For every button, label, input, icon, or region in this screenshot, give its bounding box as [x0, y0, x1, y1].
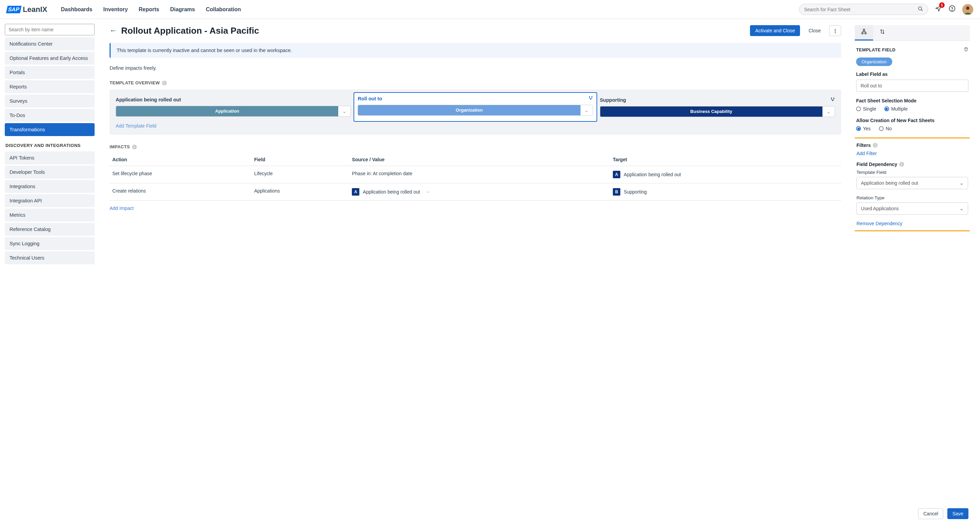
table-header: Target	[610, 154, 841, 166]
sidebar-item[interactable]: Surveys	[5, 95, 95, 108]
sidebar-item[interactable]: Integrations	[5, 180, 95, 193]
selection-single-radio[interactable]: Single	[856, 106, 876, 111]
sidebar-item[interactable]: Developer Tools	[5, 166, 95, 179]
add-template-field-link[interactable]: Add Template Field	[116, 123, 156, 129]
template-type-select[interactable]: Application ⌄	[116, 106, 351, 117]
add-filter-link[interactable]: Add Filter	[856, 151, 877, 156]
nav-reports[interactable]: Reports	[139, 6, 159, 13]
header-actions: 5	[935, 4, 973, 15]
remove-dependency-link[interactable]: Remove Dependency	[856, 221, 902, 226]
delete-field-icon[interactable]	[964, 47, 969, 53]
sidebar-section-discovery: DISCOVERY AND INTEGRATIONS	[5, 143, 95, 148]
label-field-as-label: Label Field as	[856, 71, 969, 77]
svg-point-10	[833, 98, 834, 98]
sidebar-item[interactable]: Transformations	[5, 123, 95, 136]
template-card[interactable]: Roll out to Organization ⌄	[353, 92, 597, 122]
svg-point-8	[590, 98, 591, 99]
search-input[interactable]	[804, 7, 918, 12]
impacts-table: ActionFieldSource / ValueTarget Set life…	[110, 154, 841, 201]
help-icon[interactable]	[949, 5, 956, 14]
page-subtitle: Define impacts freely.	[110, 65, 841, 71]
sidebar-item[interactable]: Technical Users	[5, 251, 95, 264]
page-title: Rollout Application - Asia Pacific	[121, 25, 259, 36]
table-header: Field	[251, 154, 349, 166]
table-header: Action	[110, 154, 251, 166]
main-nav: Dashboards Inventory Reports Diagrams Co…	[61, 6, 799, 13]
relation-type-sublabel: Relation Type	[856, 195, 968, 200]
sidebar-item[interactable]: Metrics	[5, 208, 95, 221]
info-icon[interactable]: i	[162, 81, 167, 86]
selection-mode-label: Fact Sheet Selection Mode	[856, 98, 969, 103]
info-icon[interactable]: i	[899, 162, 904, 167]
notifications-icon[interactable]: 5	[935, 5, 942, 14]
chevron-down-icon[interactable]: ⌄	[338, 106, 350, 116]
cancel-button[interactable]: Cancel	[918, 508, 943, 519]
sidebar-item[interactable]: Portals	[5, 66, 95, 79]
svg-point-3	[952, 10, 953, 11]
info-icon[interactable]: i	[873, 143, 878, 148]
filters-label: Filters	[856, 143, 871, 148]
branch-icon	[588, 95, 593, 102]
logo-sap: SAP	[6, 6, 22, 13]
allow-creation-label: Allow Creation of New Fact Sheets	[856, 118, 969, 123]
inactive-banner: This template is currently inactive and …	[110, 43, 841, 58]
sidebar-item[interactable]: Integration API	[5, 194, 95, 207]
table-row[interactable]: Set lifecycle phaseLifecyclePhase in: At…	[110, 166, 841, 183]
panel-section-title: TEMPLATE FIELD	[856, 47, 896, 52]
relation-type-select[interactable]: Used Applications ⌄	[856, 202, 968, 215]
template-field-select[interactable]: Application being rolled out ⌄	[856, 177, 968, 189]
template-type-select[interactable]: Business Capability ⌄	[600, 106, 835, 117]
nav-diagrams[interactable]: Diagrams	[170, 6, 195, 13]
sidebar-search-input[interactable]	[5, 24, 95, 35]
app-header: SAP LeanIX Dashboards Inventory Reports …	[0, 0, 980, 19]
global-search[interactable]	[799, 4, 928, 15]
panel-tab-sort[interactable]	[873, 25, 891, 40]
add-impact-link[interactable]: Add Impact	[110, 205, 134, 211]
table-row[interactable]: Create relationsApplicationsAApplication…	[110, 183, 841, 201]
organization-pill: Organization	[856, 57, 892, 66]
nav-collaboration[interactable]: Collaboration	[206, 6, 241, 13]
svg-rect-14	[865, 33, 866, 34]
sidebar-item[interactable]: To-Dos	[5, 109, 95, 122]
notification-badge: 5	[939, 2, 945, 8]
svg-line-1	[921, 10, 923, 11]
sidebar-item[interactable]: Sync Logging	[5, 237, 95, 250]
svg-point-9	[831, 98, 832, 98]
search-icon[interactable]	[918, 6, 923, 13]
allow-yes-radio[interactable]: Yes	[856, 126, 871, 131]
close-button[interactable]: Close	[803, 25, 826, 36]
logo-text: LeanIX	[23, 5, 47, 14]
save-button[interactable]: Save	[947, 508, 969, 519]
sidebar-item[interactable]: Notifications Center	[5, 37, 95, 50]
selection-multiple-radio[interactable]: Multiple	[885, 106, 907, 111]
sidebar-item[interactable]: API Tokens	[5, 151, 95, 164]
svg-point-7	[592, 96, 592, 97]
svg-rect-13	[862, 33, 863, 34]
chevron-down-icon: ⌄	[959, 206, 964, 211]
nav-dashboards[interactable]: Dashboards	[61, 6, 92, 13]
info-icon[interactable]: i	[132, 144, 137, 149]
label-field-as-input[interactable]	[856, 79, 969, 92]
sidebar-item[interactable]: Reports	[5, 80, 95, 93]
back-arrow-icon[interactable]: ←	[110, 26, 117, 35]
nav-inventory[interactable]: Inventory	[103, 6, 128, 13]
svg-rect-12	[863, 29, 865, 31]
user-avatar[interactable]	[962, 4, 973, 15]
chevron-down-icon[interactable]: ⌄	[581, 105, 593, 115]
field-dependency-label: Field Dependency	[856, 162, 897, 167]
allow-no-radio[interactable]: No	[879, 126, 892, 131]
impacts-heading: IMPACTS i	[110, 144, 841, 149]
svg-point-0	[918, 7, 921, 10]
template-card[interactable]: Supporting Business Capability ⌄	[600, 95, 835, 118]
right-panel: TEMPLATE FIELD Organization Label Field …	[855, 25, 970, 524]
more-actions-button[interactable]: ⋮	[829, 25, 841, 36]
chevron-down-icon[interactable]: ⌄	[822, 106, 835, 117]
activate-and-close-button[interactable]: Activate and Close	[750, 25, 800, 36]
logo[interactable]: SAP LeanIX	[7, 5, 47, 14]
template-type-select[interactable]: Organization ⌄	[358, 105, 593, 116]
branch-icon	[830, 97, 835, 103]
panel-tab-hierarchy[interactable]	[855, 25, 873, 40]
sidebar-item[interactable]: Optional Features and Early Access	[5, 52, 95, 65]
template-card[interactable]: Application being rolled out Application…	[116, 95, 351, 118]
sidebar-item[interactable]: Reference Catalog	[5, 223, 95, 236]
